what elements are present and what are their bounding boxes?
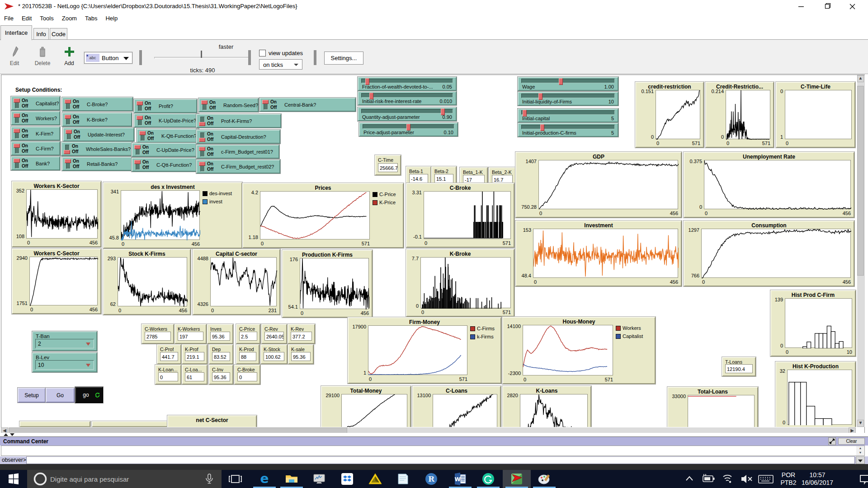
switch-knob[interactable] <box>14 129 20 133</box>
microphone-icon[interactable] <box>205 474 213 484</box>
switch-profit[interactable]: OnOffProfit? <box>134 99 197 113</box>
vertical-scrollbar[interactable]: ▲ ▼ <box>857 75 865 427</box>
slider-wage[interactable]: Wage1.00 <box>518 77 618 91</box>
speed-slider-thumb[interactable] <box>201 51 202 58</box>
edit-button[interactable]: Edit <box>6 60 23 66</box>
chooser-value-box[interactable]: 10 <box>35 360 94 370</box>
switch-workers[interactable]: OnOffWorkers? <box>11 111 60 125</box>
taskbar-icon-paint[interactable] <box>534 470 554 488</box>
taskbar-search-box[interactable]: Digite aqui para pesquisar <box>27 470 222 488</box>
taskbar-icon-system-monitor[interactable] <box>309 470 329 488</box>
output-mini-scrollbar[interactable]: ▲▼ <box>856 446 864 455</box>
slider-track[interactable] <box>361 79 453 83</box>
splitter-down-arrow-icon[interactable] <box>10 433 14 436</box>
switch-c-firmbudgetrest01[interactable]: OnOffc-Firm_Budget_rest01? <box>196 145 279 159</box>
taskbar-icon-netlogo[interactable] <box>507 470 527 488</box>
taskbar-icon-word[interactable]: W <box>450 470 470 488</box>
splitter-up-arrow-icon[interactable] <box>4 433 8 436</box>
slider-track[interactable] <box>521 110 615 115</box>
switch-c-qtt-function[interactable]: OnOffC-Qtt-Function? <box>132 158 197 172</box>
switch-knob[interactable] <box>201 100 208 104</box>
switch-knob[interactable] <box>14 113 20 117</box>
switch-knob[interactable] <box>199 162 205 166</box>
command-history-dropdown[interactable] <box>856 456 865 464</box>
switch-knob[interactable] <box>66 130 72 134</box>
scroll-up-button[interactable]: ▲ <box>857 75 864 82</box>
close-button[interactable] <box>842 0 863 13</box>
switch-knob[interactable] <box>199 138 205 142</box>
switch-retail-banks[interactable]: OnOffRetail-Banks? <box>62 157 132 171</box>
tab-code[interactable]: Code <box>50 28 67 40</box>
switch-bank[interactable]: OnOffBank? <box>11 156 60 170</box>
switch-update-interest[interactable]: OnOffUpdate-Interest? <box>63 127 134 141</box>
switch-c-update-price[interactable]: OnOffC-UpDate-Price? <box>132 143 197 157</box>
go-button[interactable]: Go <box>46 388 75 403</box>
menu-help[interactable]: Help <box>101 13 122 25</box>
command-input[interactable] <box>26 456 855 464</box>
switch-central-bank[interactable]: OnOffCentral-Bank? <box>259 98 356 112</box>
switch-c-firm[interactable]: OnOffC-Firm? <box>11 141 60 155</box>
taskbar-icon-task-view[interactable] <box>225 470 245 488</box>
start-button[interactable] <box>4 470 24 488</box>
delete-button[interactable]: Delete <box>28 60 57 66</box>
tray-chevron-up-icon[interactable] <box>683 470 696 488</box>
minimize-button[interactable] <box>791 0 811 13</box>
scroll-down-button[interactable]: ▼ <box>857 420 864 427</box>
view-updates-checkbox[interactable] <box>259 50 266 56</box>
slider-initial-production-c-firms[interactable]: Initial-production-C-firms5 <box>518 123 618 137</box>
setup-button[interactable]: Setup <box>18 388 46 403</box>
switch-knob[interactable] <box>262 100 269 104</box>
menu-zoom[interactable]: Zoom <box>58 13 81 25</box>
tab-info[interactable]: Info <box>33 28 49 40</box>
mini-scroll-up-icon[interactable]: ▲ <box>856 446 864 450</box>
switch-knob[interactable] <box>65 99 71 103</box>
slider-knob[interactable] <box>559 78 563 85</box>
switch-knob[interactable] <box>134 145 141 149</box>
slider-initial-capital[interactable]: Initial-capital5 <box>518 108 618 122</box>
tab-interface[interactable]: Interface <box>0 25 32 40</box>
switch-knob[interactable] <box>64 150 70 154</box>
volume-muted-icon[interactable] <box>738 470 754 488</box>
switch-c-firmbudgetrest02[interactable]: OnOffC-Firm_Budget_rest02? <box>196 160 280 174</box>
switch-random-seed[interactable]: OnOffRandom-Seed? <box>198 98 259 112</box>
widget-type-dropdown[interactable]: abc Button <box>84 52 132 64</box>
menu-edit[interactable]: Edit <box>18 13 36 25</box>
menu-tabs[interactable]: Tabs <box>81 13 101 25</box>
slider-track[interactable] <box>521 125 615 129</box>
switch-knob[interactable] <box>137 101 143 105</box>
switch-knob[interactable] <box>14 144 20 148</box>
taskbar-icon-r-project[interactable]: R <box>421 470 441 488</box>
taskbar-icon-notepad[interactable] <box>393 470 413 488</box>
switch-k-firm[interactable]: OnOffK-Firm? <box>11 127 60 141</box>
switch-knob[interactable] <box>199 122 205 126</box>
vertical-scroll-thumb[interactable] <box>857 86 864 276</box>
edit-pencil-icon[interactable] <box>12 46 19 57</box>
slider-track[interactable] <box>521 94 615 98</box>
switch-knob[interactable] <box>137 116 143 120</box>
slider-fraction-of-wealth-devoted-to-[interactable]: Fraction-of-wealth-devoted-to-...0.05 <box>358 77 457 91</box>
add-plus-icon[interactable] <box>65 47 74 56</box>
add-button[interactable]: Add <box>60 60 78 66</box>
update-mode-dropdown[interactable]: on ticks <box>259 59 302 70</box>
switch-capitalist[interactable]: OnOffCapitalist? <box>11 96 60 110</box>
switch-wholesales-banks[interactable]: OnOffWholeSales-Banks? <box>61 142 132 156</box>
slider-quantity-adjust-parameter[interactable]: Quantity-adjust-parameter0.90 <box>358 107 457 121</box>
battery-icon[interactable] <box>700 470 716 488</box>
switch-knob[interactable] <box>65 115 71 119</box>
menu-file[interactable]: File <box>0 13 18 25</box>
mini-scroll-down-icon[interactable]: ▼ <box>856 450 864 455</box>
delete-trash-icon[interactable] <box>39 46 46 58</box>
switch-knob[interactable] <box>14 159 20 163</box>
chooser-b-lev[interactable]: B-Lev10 <box>32 352 97 372</box>
tray-clock[interactable]: 10:5716/06/2017 <box>791 471 844 487</box>
notification-center-icon[interactable] <box>857 470 868 488</box>
switch-k-broke[interactable]: OnOffK-Broke? <box>62 113 132 127</box>
chooser-value-box[interactable]: 2 <box>35 339 94 348</box>
menu-tools[interactable]: Tools <box>36 13 57 25</box>
slider-price-adjust-parameter[interactable]: Price-adjust-parameter0.10 <box>359 122 458 136</box>
chooser-t-ban[interactable]: T-Ban2 <box>32 331 97 351</box>
switch-knob[interactable] <box>139 131 146 135</box>
taskbar-icon-triangle-app[interactable] <box>365 470 385 488</box>
switch-knob[interactable] <box>65 159 71 163</box>
wifi-icon[interactable] <box>720 470 735 488</box>
